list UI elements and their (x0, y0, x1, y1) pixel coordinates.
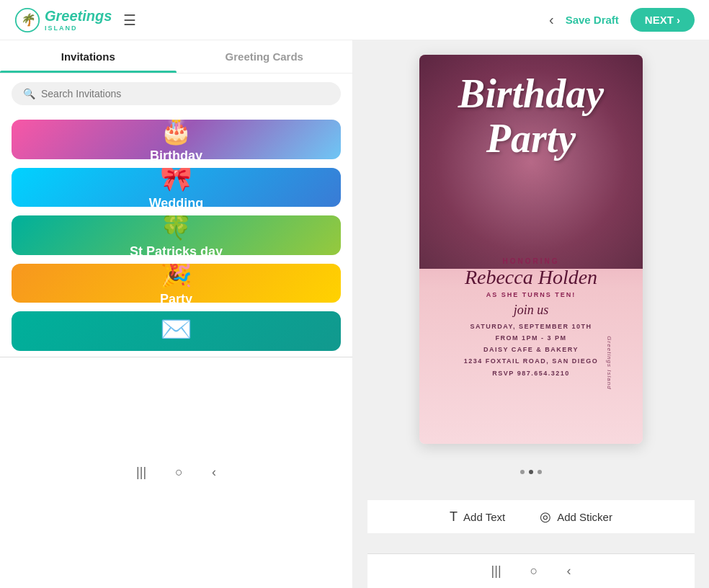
card-birthday-line1: Birthday Party (458, 72, 604, 161)
nav-menu-icon-right[interactable]: ||| (491, 564, 501, 579)
search-container: 🔍 (0, 74, 352, 114)
add-text-button[interactable]: T Add Text (450, 509, 505, 525)
birthday-label: Birthday (150, 148, 202, 159)
dot-1 (520, 470, 525, 474)
party-label: Party (160, 292, 192, 303)
nav-back-icon-right[interactable]: ‹ (566, 564, 571, 579)
back-button[interactable]: ‹ (549, 12, 554, 28)
header-left: 🌴 Greetings ISLAND ☰ (14, 7, 136, 33)
stpatricks-emoji: 🍀 (160, 215, 192, 241)
logo-greetings: Greetings (45, 8, 112, 24)
bottom-nav-left: ||| ○ ‹ (0, 357, 352, 589)
stpatricks-label: St Patricks day (130, 244, 223, 255)
header-right: ‹ Save Draft NEXT › (549, 8, 695, 32)
dot-3 (538, 470, 542, 474)
birthday-emoji: 🎂 (160, 120, 192, 146)
sticker-icon: ◎ (540, 509, 551, 525)
nav-back-icon[interactable]: ‹ (212, 465, 216, 480)
search-box: 🔍 (12, 82, 341, 105)
tab-greeting-cards[interactable]: Greeting Cards (177, 40, 353, 73)
wedding-emoji: 🎀 (160, 168, 192, 194)
categories-list: 🎂 Birthday 🎀 Wedding 🍀 St Patricks day 🎉… (0, 114, 352, 357)
left-panel: Invitations Greeting Cards 🔍 🎂 Birthday … (0, 40, 353, 588)
nav-home-icon-right[interactable]: ○ (530, 564, 538, 579)
card-name: Rebecca Holden (465, 265, 597, 290)
add-sticker-button[interactable]: ◎ Add Sticker (540, 509, 612, 525)
svg-text:🌴: 🌴 (19, 12, 37, 27)
wedding-label: Wedding (149, 196, 204, 207)
app-header: 🌴 Greetings ISLAND ☰ ‹ Save Draft NEXT › (0, 0, 709, 40)
next-button[interactable]: NEXT › (630, 8, 695, 32)
logo: 🌴 Greetings ISLAND (14, 7, 112, 33)
bottom-nav-right: ||| ○ ‹ (367, 553, 695, 588)
party-emoji: 🎉 (160, 264, 192, 290)
search-input[interactable] (41, 88, 329, 99)
search-icon: 🔍 (23, 88, 35, 99)
text-icon: T (450, 509, 458, 525)
hamburger-button[interactable]: ☰ (123, 12, 136, 29)
add-sticker-label: Add Sticker (557, 511, 612, 523)
tab-invitations[interactable]: Invitations (0, 40, 177, 73)
bottom-toolbar: T Add Text ◎ Add Sticker (367, 499, 695, 533)
card-as-she: AS SHE TURNS TEN! (486, 291, 576, 298)
save-draft-button[interactable]: Save Draft (566, 14, 619, 26)
dot-2 (529, 470, 533, 474)
card-honoring: HONORING (503, 257, 560, 265)
right-panel: Birthday Party HONORING Rebecca Holden A… (353, 40, 709, 588)
main-content: Invitations Greeting Cards 🔍 🎂 Birthday … (0, 40, 709, 588)
add-text-label: Add Text (463, 511, 505, 523)
card-join-us: join us (514, 303, 549, 318)
category-party[interactable]: 🎉 Party (12, 264, 341, 303)
card-content: Birthday Party HONORING Rebecca Holden A… (419, 55, 643, 391)
tabs: Invitations Greeting Cards (0, 40, 352, 74)
nav-menu-icon[interactable]: ||| (136, 465, 146, 480)
category-other[interactable]: ✉️ (12, 311, 341, 351)
other-emoji: ✉️ (160, 314, 192, 344)
card-details: SATURDAY, SEPTEMBER 10TH FROM 1PM - 3 PM… (464, 321, 599, 379)
category-stpatricks[interactable]: 🍀 St Patricks day (12, 215, 341, 255)
category-birthday[interactable]: 🎂 Birthday (12, 120, 341, 159)
logo-island: ISLAND (45, 24, 112, 32)
category-wedding[interactable]: 🎀 Wedding (12, 168, 341, 208)
card-preview[interactable]: Birthday Party HONORING Rebecca Holden A… (419, 55, 643, 444)
nav-home-icon[interactable]: ○ (175, 465, 183, 480)
dots-indicator (520, 470, 542, 474)
